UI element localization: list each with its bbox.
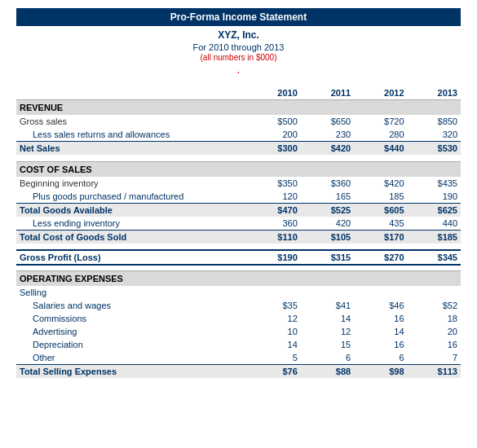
tg-2013: $625 [408, 203, 461, 217]
gross-sales-2013: $850 [408, 115, 461, 128]
returns-2013: 320 [408, 128, 461, 142]
salaries-label: Salaries and wages [16, 299, 247, 312]
tcogs-2010: $110 [247, 230, 300, 244]
revenue-section-header: REVENUE [16, 100, 461, 116]
tg-2012: $605 [354, 203, 407, 217]
note: (all numbers in $000) [16, 53, 461, 62]
oth-2011: 6 [301, 351, 354, 365]
com-2011: 14 [301, 312, 354, 325]
commissions-label: Commissions [16, 312, 247, 325]
returns-2011: 230 [301, 128, 354, 142]
oth-2012: 6 [354, 351, 407, 365]
adv-2013: 20 [408, 325, 461, 338]
bi-2010: $350 [247, 177, 300, 190]
selling-label: Selling [16, 286, 247, 299]
salaries-row: Salaries and wages $35 $41 $46 $52 [16, 299, 461, 312]
net-sales-2011: $420 [301, 142, 354, 156]
year-header-row: 2010 2011 2012 2013 [16, 86, 461, 100]
total-selling-row: Total Selling Expenses $76 $88 $98 $113 [16, 365, 461, 379]
advertising-row: Advertising 10 12 14 20 [16, 325, 461, 338]
gp-val-2013: $345 [408, 250, 461, 265]
gp-2013: 190 [408, 190, 461, 204]
total-cogs-row: Total Cost of Goods Sold $110 $105 $170 … [16, 230, 461, 244]
total-goods-label: Total Goods Available [16, 203, 247, 217]
total-goods-row: Total Goods Available $470 $525 $605 $62… [16, 203, 461, 217]
ts-2012: $98 [354, 365, 407, 379]
blank-label [16, 86, 247, 100]
bi-2012: $420 [354, 177, 407, 190]
gross-profit-label: Gross Profit (Loss) [16, 250, 247, 265]
gp-val-2010: $190 [247, 250, 300, 265]
net-sales-2013: $530 [408, 142, 461, 156]
oth-2013: 7 [408, 351, 461, 365]
gross-sales-2011: $650 [301, 115, 354, 128]
year-2012: 2012 [354, 86, 407, 100]
total-selling-label: Total Selling Expenses [16, 365, 247, 379]
other-label: Other [16, 351, 247, 365]
adv-2012: 14 [354, 325, 407, 338]
commissions-row: Commissions 12 14 16 18 [16, 312, 461, 325]
spacer-1 [16, 155, 461, 161]
company-name: XYZ, Inc. [16, 29, 461, 41]
com-2013: 18 [408, 312, 461, 325]
cos-section-header: COST OF SALES [16, 161, 461, 177]
net-sales-label: Net Sales [16, 142, 247, 156]
year-2010: 2010 [247, 86, 300, 100]
adv-2011: 12 [301, 325, 354, 338]
beginning-inventory-row: Beginning inventory $350 $360 $420 $435 [16, 177, 461, 190]
sal-2010: $35 [247, 299, 300, 312]
returns-2010: 200 [247, 128, 300, 142]
ei-2013: 440 [408, 217, 461, 231]
gp-2012: 185 [354, 190, 407, 204]
sal-2011: $41 [301, 299, 354, 312]
header-box: Pro-Forma Income Statement [16, 8, 461, 26]
tcogs-2013: $185 [408, 230, 461, 244]
dep-2010: 14 [247, 338, 300, 351]
returns-2012: 280 [354, 128, 407, 142]
advertising-label: Advertising [16, 325, 247, 338]
dep-2011: 15 [301, 338, 354, 351]
dep-2012: 16 [354, 338, 407, 351]
gp-2011: 165 [301, 190, 354, 204]
ts-2013: $113 [408, 365, 461, 379]
net-sales-2010: $300 [247, 142, 300, 156]
gp-val-2011: $315 [301, 250, 354, 265]
tg-2010: $470 [247, 203, 300, 217]
bi-2011: $360 [301, 177, 354, 190]
tcogs-2012: $170 [354, 230, 407, 244]
gp-val-2012: $270 [354, 250, 407, 265]
gross-sales-2012: $720 [354, 115, 407, 128]
cos-label: COST OF SALES [16, 161, 247, 177]
ts-2011: $88 [301, 365, 354, 379]
ts-2010: $76 [247, 365, 300, 379]
ei-2010: 360 [247, 217, 300, 231]
spacer-2 [16, 244, 461, 250]
other-row: Other 5 6 6 7 [16, 351, 461, 365]
year-2013: 2013 [408, 86, 461, 100]
bi-2013: $435 [408, 177, 461, 190]
com-2010: 12 [247, 312, 300, 325]
gp-2010: 120 [247, 190, 300, 204]
ending-inventory-row: Less ending inventory 360 420 435 440 [16, 217, 461, 231]
gross-sales-label: Gross sales [16, 115, 247, 128]
depreciation-label: Depreciation [16, 338, 247, 351]
opex-section-header: OPERATING EXPENSES [16, 271, 461, 287]
adv-2010: 10 [247, 325, 300, 338]
sal-2013: $52 [408, 299, 461, 312]
depreciation-row: Depreciation 14 15 16 16 [16, 338, 461, 351]
year-2011: 2011 [301, 86, 354, 100]
tcogs-2011: $105 [301, 230, 354, 244]
gross-sales-2010: $500 [247, 115, 300, 128]
ei-2012: 435 [354, 217, 407, 231]
returns-label: Less sales returns and allowances [16, 128, 247, 142]
beginning-inventory-label: Beginning inventory [16, 177, 247, 190]
period: For 2010 through 2013 [16, 42, 461, 52]
title: Pro-Forma Income Statement [170, 11, 307, 23]
oth-2010: 5 [247, 351, 300, 365]
opex-label: OPERATING EXPENSES [16, 271, 247, 287]
com-2012: 16 [354, 312, 407, 325]
goods-purchased-row: Plus goods purchased / manufactured 120 … [16, 190, 461, 204]
total-cogs-label: Total Cost of Goods Sold [16, 230, 247, 244]
dep-2013: 16 [408, 338, 461, 351]
selling-label-row: Selling [16, 286, 461, 299]
